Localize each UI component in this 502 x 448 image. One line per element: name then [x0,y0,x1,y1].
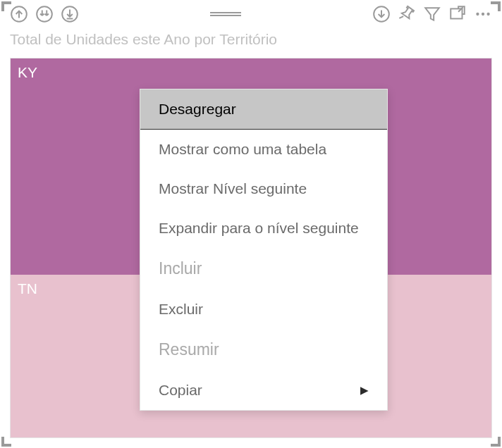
svg-point-9 [482,13,484,15]
svg-point-8 [476,13,479,15]
drag-handle-icon[interactable] [208,11,243,18]
tile-label: KY [18,64,37,80]
tile-label: TN [18,280,37,297]
svg-point-10 [486,13,489,15]
filter-icon[interactable] [422,4,443,25]
menu-item-copy[interactable]: Copiar ▶ [140,371,387,410]
svg-line-6 [399,15,403,19]
menu-label: Mostrar como uma tabela [159,141,326,158]
chevron-right-icon: ▶ [360,384,369,397]
menu-item-drill[interactable]: Desagregar [140,89,387,130]
menu-label: Mostrar Nível seguinte [159,180,307,197]
visual-title: Total de Unidades este Ano por Territóri… [0,28,502,55]
menu-label: Copiar [159,382,202,399]
menu-item-next-level[interactable]: Mostrar Nível seguinte [140,169,387,209]
focus-mode-icon[interactable] [447,4,468,25]
selection-corner-tl [1,1,11,11]
drill-down-all-icon[interactable] [34,4,55,25]
menu-label: Resumir [159,340,219,359]
pin-icon[interactable] [396,4,417,25]
menu-item-exclude[interactable]: Excluir [140,290,387,329]
selection-corner-br [491,437,501,447]
menu-item-include[interactable]: Incluir [140,248,387,290]
drill-up-icon[interactable] [8,4,30,25]
menu-label: Desagregar [159,101,236,118]
menu-label: Incluir [159,259,202,278]
selection-corner-tr [491,1,501,11]
menu-item-expand-next[interactable]: Expandir para o nível seguinte [140,209,387,248]
visual-toolbar [0,0,502,28]
menu-label: Excluir [159,301,203,318]
menu-label: Expandir para o nível seguinte [159,220,359,237]
context-menu: Desagregar Mostrar como uma tabela Mostr… [140,89,388,411]
menu-item-show-table[interactable]: Mostrar como uma tabela [140,130,387,169]
menu-item-summarize[interactable]: Resumir [140,329,387,371]
drill-down-single-icon[interactable] [371,4,392,25]
expand-hierarchy-icon[interactable] [59,4,80,25]
selection-corner-bl [1,437,11,447]
